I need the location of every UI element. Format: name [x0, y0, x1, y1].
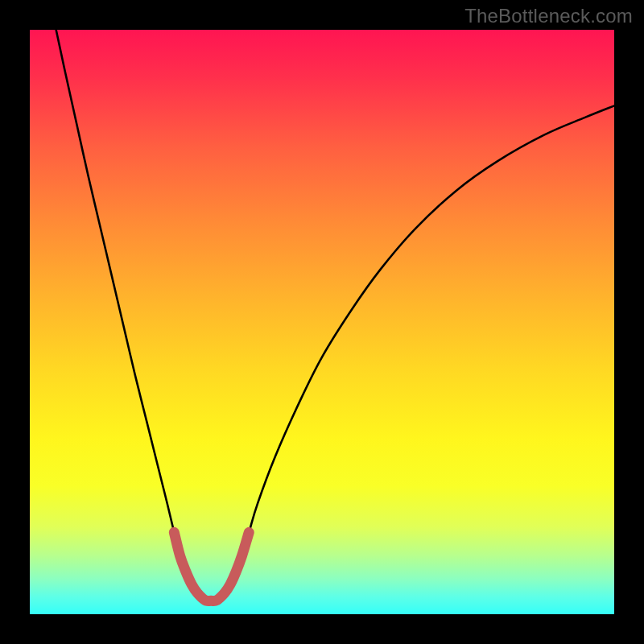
- curve-left-branch: [56, 30, 211, 601]
- watermark-label: TheBottleneck.com: [464, 5, 633, 27]
- plot-area: [30, 30, 614, 614]
- curve-right-branch: [211, 105, 614, 601]
- curve-layer: [30, 30, 614, 614]
- curve-thick-band: [174, 532, 249, 601]
- outer-frame: TheBottleneck.com: [0, 0, 644, 644]
